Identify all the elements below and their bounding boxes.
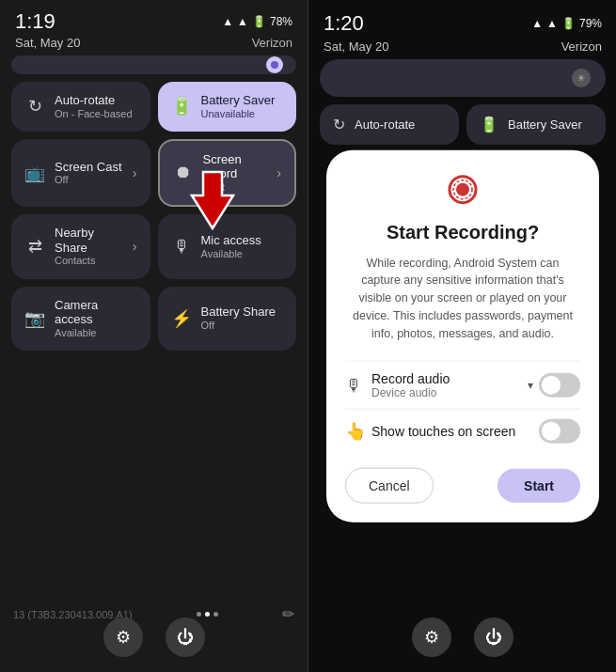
battery-icon: 🔋 — [252, 15, 266, 28]
dialog-description: While recording, Android System can capt… — [345, 254, 580, 342]
left-bottom-bar: ⚙ ⏻ — [0, 617, 308, 657]
show-touches-icon: 👆 — [345, 421, 371, 442]
svg-point-2 — [456, 182, 469, 195]
right-bottom-bar: ⚙ ⏻ — [308, 617, 616, 657]
screen-record-label: Screen record — [203, 152, 268, 181]
left-power-icon: ⏻ — [177, 628, 194, 648]
dot-1 — [197, 612, 201, 617]
battery-saver-icon: 🔋 — [171, 96, 192, 117]
camera-icon: 📷 — [24, 308, 45, 329]
left-tiles-grid: ↻ Auto-rotate On - Face-based 🔋 Battery … — [0, 82, 308, 351]
battery-percent: 78% — [270, 15, 292, 28]
tile-nearby-share[interactable]: ⇄ Nearby Share Contacts › — [11, 214, 150, 278]
right-brightness-knob: ☀ — [572, 69, 591, 87]
auto-rotate-label: Auto-rotate — [55, 93, 137, 108]
start-button[interactable]: Start — [498, 469, 580, 503]
record-audio-option: 🎙 Record audio Device audio ▾ — [345, 361, 580, 409]
mic-icon: 🎙 — [171, 237, 192, 257]
screen-cast-label: Screen Cast — [55, 160, 123, 175]
record-audio-dropdown[interactable]: ▾ — [528, 379, 533, 392]
show-touches-toggle-thumb — [542, 422, 561, 441]
record-audio-toggle[interactable] — [539, 373, 580, 398]
signal-icon: ▲ — [237, 15, 248, 28]
tile-mic-access[interactable]: 🎙 Mic access Available — [158, 214, 297, 278]
right-time: 1:20 — [324, 11, 364, 36]
brightness-knob[interactable] — [266, 56, 283, 73]
screen-cast-sub: Off — [55, 174, 123, 186]
right-signal-icon: ▲ — [546, 17, 558, 30]
right-carrier: Verizon — [561, 39, 602, 54]
dialog-buttons: Cancel Start — [345, 468, 580, 504]
screen-record-icon: ⏺ — [173, 163, 194, 182]
wifi-icon: ▲ — [222, 15, 233, 28]
tile-battery-saver[interactable]: 🔋 Battery Saver Unavailable — [158, 82, 297, 132]
cancel-button[interactable]: Cancel — [345, 468, 434, 504]
left-power-button[interactable]: ⏻ — [166, 617, 205, 657]
right-battery-icon: 🔋 — [561, 17, 576, 30]
right-status-icons: ▲ ▲ 🔋 79% — [531, 17, 602, 30]
nearby-share-label: Nearby Share — [55, 226, 123, 255]
nearby-share-chevron: › — [133, 239, 137, 254]
record-icon-container — [345, 172, 580, 210]
record-audio-toggle-thumb — [542, 376, 561, 395]
start-recording-dialog: Start Recording? While recording, Androi… — [326, 149, 599, 523]
mic-sub: Available — [201, 248, 284, 260]
right-settings-icon: ⚙ — [424, 627, 439, 648]
right-status-bar: 1:20 ▲ ▲ 🔋 79% — [308, 0, 616, 39]
right-date: Sat, May 20 — [324, 39, 388, 54]
left-settings-icon: ⚙ — [116, 627, 131, 648]
tile-battery-share[interactable]: ⚡ Battery Share Off — [158, 287, 297, 351]
screen-cast-chevron: › — [133, 165, 137, 180]
right-wifi-icon: ▲ — [531, 17, 543, 30]
right-phone-panel: 1:20 ▲ ▲ 🔋 79% Sat, May 20 Verizon ☀ ↻ A… — [308, 0, 616, 672]
record-audio-sub: Device audio — [371, 386, 528, 399]
mic-label: Mic access — [201, 233, 284, 248]
right-power-button[interactable]: ⏻ — [474, 617, 513, 657]
tile-camera-access[interactable]: 📷 Camera access Available — [11, 287, 150, 351]
tile-screen-cast[interactable]: 📺 Screen Cast Off › — [11, 139, 150, 207]
right-battery-saver-label: Battery Saver — [508, 117, 582, 132]
screen-record-chevron: › — [276, 165, 281, 180]
right-brightness-slider[interactable]: ☀ — [320, 59, 606, 97]
left-phone-panel: 1:19 ▲ ▲ 🔋 78% Sat, May 20 Verizon ↻ Aut… — [0, 0, 308, 672]
page-dots — [197, 612, 218, 617]
battery-share-sub: Off — [201, 320, 284, 332]
right-power-icon: ⏻ — [485, 628, 502, 648]
record-audio-label: Record audio — [371, 371, 528, 386]
right-tiles-preview: ↻ Auto-rotate 🔋 Battery Saver — [308, 104, 616, 145]
battery-saver-sub: Unavailable — [201, 108, 284, 120]
camera-label: Camera access — [55, 298, 137, 327]
show-touches-label: Show touches on screen — [371, 424, 539, 439]
right-auto-rotate-icon: ↻ — [333, 116, 345, 133]
left-status-bar: 1:19 ▲ ▲ 🔋 78% — [0, 0, 308, 36]
left-date: Sat, May 20 — [15, 36, 80, 50]
tile-screen-record[interactable]: ⏺ Screen record Start › — [158, 139, 297, 207]
battery-share-label: Battery Share — [201, 305, 284, 320]
camera-sub: Available — [55, 327, 137, 339]
show-touches-option: 👆 Show touches on screen — [345, 409, 580, 453]
record-audio-icon: 🎙 — [345, 375, 371, 395]
right-battery-saver-icon: 🔋 — [480, 116, 498, 133]
battery-share-icon: ⚡ — [171, 308, 192, 329]
battery-saver-label: Battery Saver — [201, 93, 284, 108]
nearby-share-sub: Contacts — [55, 255, 123, 267]
screen-record-sub: Start — [203, 181, 268, 194]
left-time: 1:19 — [15, 11, 55, 32]
right-tile-auto-rotate: ↻ Auto-rotate — [320, 104, 459, 145]
right-tile-battery-saver: 🔋 Battery Saver — [466, 104, 606, 145]
auto-rotate-icon: ↻ — [24, 96, 45, 117]
auto-rotate-sub: On - Face-based — [55, 108, 137, 120]
right-settings-button[interactable]: ⚙ — [412, 617, 451, 657]
tile-auto-rotate[interactable]: ↻ Auto-rotate On - Face-based — [11, 82, 150, 132]
left-settings-button[interactable]: ⚙ — [103, 617, 143, 657]
show-touches-controls — [539, 419, 580, 444]
screen-cast-icon: 📺 — [24, 163, 45, 183]
right-auto-rotate-label: Auto-rotate — [355, 117, 415, 132]
left-status-icons: ▲ ▲ 🔋 78% — [222, 15, 292, 28]
show-touches-toggle[interactable] — [539, 419, 580, 444]
dot-2 — [205, 612, 210, 617]
left-brightness-slider[interactable] — [11, 55, 296, 74]
record-audio-controls: ▾ — [528, 373, 580, 398]
dialog-title: Start Recording? — [345, 221, 580, 242]
left-carrier: Verizon — [252, 36, 292, 50]
